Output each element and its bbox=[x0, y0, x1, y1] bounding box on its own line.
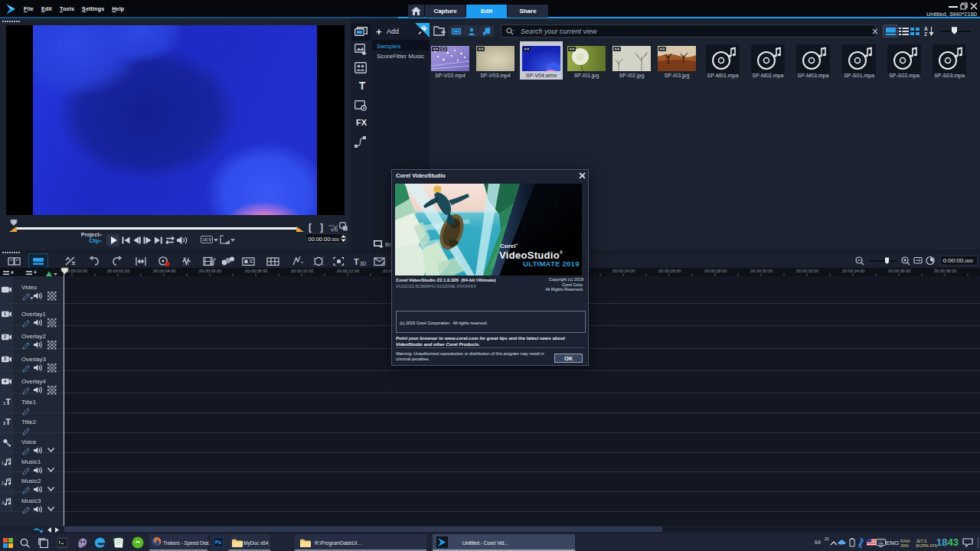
svg-text:1: 1 bbox=[2, 461, 4, 465]
svg-text:3D: 3D bbox=[360, 261, 367, 266]
svg-text:ULTIMATE 2019: ULTIMATE 2019 bbox=[523, 259, 580, 268]
svg-text:1: 1 bbox=[4, 311, 6, 316]
svg-text:3: 3 bbox=[2, 500, 4, 505]
svg-text:3: 3 bbox=[4, 357, 6, 361]
svg-text:A: A bbox=[924, 26, 928, 31]
svg-text:T: T bbox=[354, 257, 359, 266]
svg-text:Z: Z bbox=[924, 31, 927, 36]
svg-text:Ps: Ps bbox=[215, 540, 221, 545]
svg-text:2: 2 bbox=[2, 481, 4, 485]
svg-text:2: 2 bbox=[4, 334, 6, 339]
